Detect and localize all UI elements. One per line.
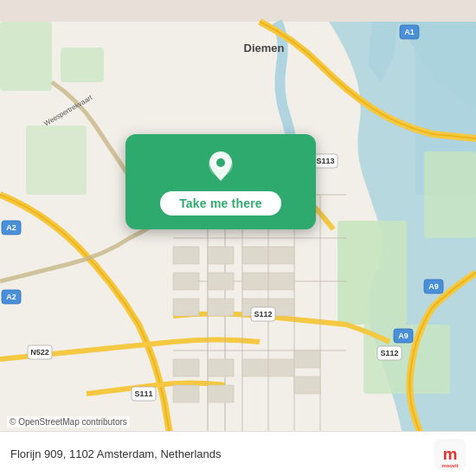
svg-rect-33 <box>268 359 294 376</box>
svg-rect-23 <box>268 247 294 264</box>
svg-text:S112: S112 <box>254 310 272 318</box>
svg-text:Diemen: Diemen <box>244 42 285 55</box>
svg-text:S112: S112 <box>380 349 398 357</box>
svg-text:N522: N522 <box>30 348 49 357</box>
svg-rect-1 <box>338 221 407 325</box>
location-card: Take me there <box>125 134 316 229</box>
svg-point-63 <box>216 158 225 167</box>
svg-text:S111: S111 <box>134 389 152 398</box>
svg-text:A9: A9 <box>428 282 439 291</box>
map-container: S113 S112 S112 S111 N522 A2 A2 A1 A9 A9 … <box>0 0 476 476</box>
svg-rect-19 <box>208 247 234 264</box>
svg-rect-27 <box>208 299 234 316</box>
svg-rect-32 <box>242 359 268 376</box>
svg-rect-5 <box>26 125 87 195</box>
svg-rect-34 <box>173 385 199 402</box>
address-text: Florijn 909, 1102 Amsterdam, Netherlands <box>10 447 222 460</box>
moovit-logo-icon: m moovit <box>434 439 466 470</box>
svg-text:moovit: moovit <box>442 463 459 468</box>
svg-text:S113: S113 <box>316 157 334 165</box>
svg-rect-4 <box>61 48 104 82</box>
svg-rect-20 <box>173 273 199 290</box>
svg-text:m: m <box>443 445 458 463</box>
svg-rect-21 <box>208 273 234 290</box>
copyright-text: © OpenStreetMap contributors <box>7 416 130 428</box>
svg-rect-18 <box>173 247 199 264</box>
svg-rect-24 <box>242 273 268 290</box>
svg-rect-7 <box>424 151 476 238</box>
take-me-there-button[interactable]: Take me there <box>160 191 281 215</box>
svg-text:A2: A2 <box>6 293 16 301</box>
moovit-logo: m moovit <box>434 439 466 470</box>
svg-rect-30 <box>173 359 199 376</box>
svg-rect-31 <box>208 359 234 376</box>
location-pin-icon <box>203 148 239 184</box>
map-background: S113 S112 S112 S111 N522 A2 A2 A1 A9 A9 … <box>0 0 476 476</box>
svg-rect-26 <box>173 299 199 316</box>
bottom-bar: Florijn 909, 1102 Amsterdam, Netherlands… <box>0 431 476 476</box>
svg-rect-3 <box>0 22 52 91</box>
svg-text:A2: A2 <box>6 223 16 232</box>
svg-text:A9: A9 <box>398 331 408 340</box>
svg-rect-22 <box>242 247 268 264</box>
svg-rect-35 <box>208 385 234 402</box>
svg-rect-25 <box>268 273 294 290</box>
svg-rect-36 <box>294 351 320 368</box>
svg-rect-37 <box>294 376 320 394</box>
svg-text:A1: A1 <box>404 28 415 36</box>
